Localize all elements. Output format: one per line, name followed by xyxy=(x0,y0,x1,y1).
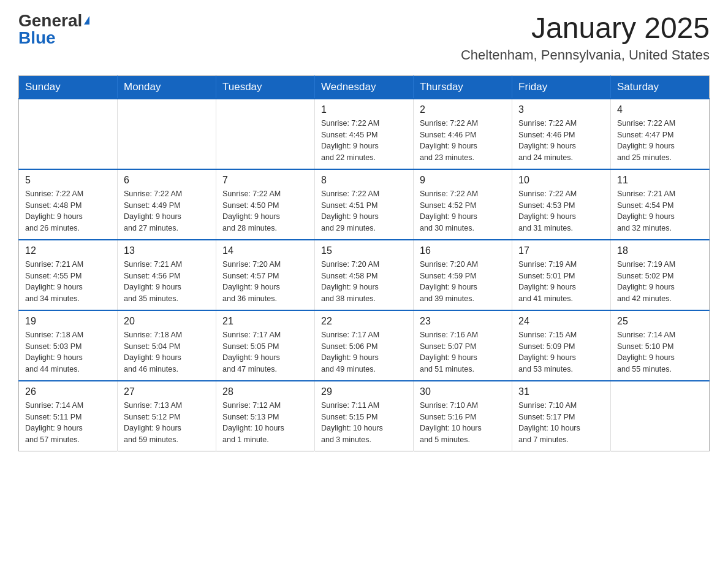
calendar-day-12: 12Sunrise: 7:21 AMSunset: 4:55 PMDayligh… xyxy=(19,240,118,310)
day-number: 7 xyxy=(222,175,308,186)
month-title: January 2025 xyxy=(461,12,710,45)
day-info: Sunrise: 7:22 AMSunset: 4:53 PMDaylight:… xyxy=(518,188,604,234)
calendar-day-16: 16Sunrise: 7:20 AMSunset: 4:59 PMDayligh… xyxy=(414,240,512,310)
title-block: January 2025 Cheltenham, Pennsylvania, U… xyxy=(461,12,710,63)
day-info: Sunrise: 7:22 AMSunset: 4:52 PMDaylight:… xyxy=(420,188,506,234)
day-number: 14 xyxy=(222,245,308,256)
calendar-header-wednesday: Wednesday xyxy=(315,75,414,99)
calendar-day-11: 11Sunrise: 7:21 AMSunset: 4:54 PMDayligh… xyxy=(611,169,710,240)
day-number: 17 xyxy=(518,245,604,256)
day-info: Sunrise: 7:12 AMSunset: 5:13 PMDaylight:… xyxy=(222,400,308,446)
calendar-header-friday: Friday xyxy=(512,75,611,99)
day-info: Sunrise: 7:19 AMSunset: 5:02 PMDaylight:… xyxy=(617,259,703,305)
calendar-week-row: 1Sunrise: 7:22 AMSunset: 4:45 PMDaylight… xyxy=(19,99,710,169)
day-number: 9 xyxy=(420,175,506,186)
day-number: 30 xyxy=(420,386,506,397)
day-number: 21 xyxy=(222,316,308,327)
day-number: 25 xyxy=(617,316,703,327)
day-number: 31 xyxy=(518,386,604,397)
calendar-empty-cell xyxy=(19,99,118,169)
day-number: 18 xyxy=(617,245,703,256)
logo: General Blue xyxy=(18,12,89,47)
calendar-day-4: 4Sunrise: 7:22 AMSunset: 4:47 PMDaylight… xyxy=(611,99,710,169)
day-number: 13 xyxy=(124,245,210,256)
calendar-day-30: 30Sunrise: 7:10 AMSunset: 5:16 PMDayligh… xyxy=(414,381,512,451)
calendar-empty-cell xyxy=(611,381,710,451)
day-number: 22 xyxy=(321,316,407,327)
day-info: Sunrise: 7:10 AMSunset: 5:16 PMDaylight:… xyxy=(420,400,506,446)
calendar-day-15: 15Sunrise: 7:20 AMSunset: 4:58 PMDayligh… xyxy=(315,240,414,310)
calendar-week-row: 12Sunrise: 7:21 AMSunset: 4:55 PMDayligh… xyxy=(19,240,710,310)
calendar-day-13: 13Sunrise: 7:21 AMSunset: 4:56 PMDayligh… xyxy=(118,240,216,310)
calendar-day-9: 9Sunrise: 7:22 AMSunset: 4:52 PMDaylight… xyxy=(414,169,512,240)
calendar-day-14: 14Sunrise: 7:20 AMSunset: 4:57 PMDayligh… xyxy=(216,240,315,310)
calendar-week-row: 19Sunrise: 7:18 AMSunset: 5:03 PMDayligh… xyxy=(19,310,710,381)
calendar-day-21: 21Sunrise: 7:17 AMSunset: 5:05 PMDayligh… xyxy=(216,310,315,381)
day-number: 23 xyxy=(420,316,506,327)
day-number: 16 xyxy=(420,245,506,256)
calendar-week-row: 5Sunrise: 7:22 AMSunset: 4:48 PMDaylight… xyxy=(19,169,710,240)
calendar-day-3: 3Sunrise: 7:22 AMSunset: 4:46 PMDaylight… xyxy=(512,99,611,169)
day-number: 8 xyxy=(321,175,407,186)
day-number: 6 xyxy=(124,175,210,186)
day-info: Sunrise: 7:22 AMSunset: 4:50 PMDaylight:… xyxy=(222,188,308,234)
page-header: General Blue January 2025 Cheltenham, Pe… xyxy=(18,12,710,63)
day-info: Sunrise: 7:22 AMSunset: 4:48 PMDaylight:… xyxy=(25,188,111,234)
day-info: Sunrise: 7:21 AMSunset: 4:55 PMDaylight:… xyxy=(25,259,111,305)
calendar-header-row: SundayMondayTuesdayWednesdayThursdayFrid… xyxy=(19,75,710,99)
calendar-day-23: 23Sunrise: 7:16 AMSunset: 5:07 PMDayligh… xyxy=(414,310,512,381)
day-info: Sunrise: 7:17 AMSunset: 5:05 PMDaylight:… xyxy=(222,329,308,375)
day-number: 28 xyxy=(222,386,308,397)
day-info: Sunrise: 7:20 AMSunset: 4:58 PMDaylight:… xyxy=(321,259,407,305)
day-info: Sunrise: 7:18 AMSunset: 5:04 PMDaylight:… xyxy=(124,329,210,375)
calendar-table: SundayMondayTuesdayWednesdayThursdayFrid… xyxy=(18,75,710,451)
calendar-week-row: 26Sunrise: 7:14 AMSunset: 5:11 PMDayligh… xyxy=(19,381,710,451)
calendar-day-6: 6Sunrise: 7:22 AMSunset: 4:49 PMDaylight… xyxy=(118,169,216,240)
calendar-day-31: 31Sunrise: 7:10 AMSunset: 5:17 PMDayligh… xyxy=(512,381,611,451)
location-title: Cheltenham, Pennsylvania, United States xyxy=(461,47,710,63)
day-info: Sunrise: 7:22 AMSunset: 4:46 PMDaylight:… xyxy=(420,118,506,164)
day-number: 24 xyxy=(518,316,604,327)
calendar-day-25: 25Sunrise: 7:14 AMSunset: 5:10 PMDayligh… xyxy=(611,310,710,381)
logo-blue-text: Blue xyxy=(18,29,56,47)
day-info: Sunrise: 7:20 AMSunset: 4:59 PMDaylight:… xyxy=(420,259,506,305)
calendar-header-thursday: Thursday xyxy=(414,75,512,99)
calendar-day-29: 29Sunrise: 7:11 AMSunset: 5:15 PMDayligh… xyxy=(315,381,414,451)
day-number: 27 xyxy=(124,386,210,397)
day-number: 5 xyxy=(25,175,111,186)
day-info: Sunrise: 7:18 AMSunset: 5:03 PMDaylight:… xyxy=(25,329,111,375)
calendar-day-7: 7Sunrise: 7:22 AMSunset: 4:50 PMDaylight… xyxy=(216,169,315,240)
day-info: Sunrise: 7:11 AMSunset: 5:15 PMDaylight:… xyxy=(321,400,407,446)
calendar-day-1: 1Sunrise: 7:22 AMSunset: 4:45 PMDaylight… xyxy=(315,99,414,169)
calendar-header-tuesday: Tuesday xyxy=(216,75,315,99)
day-info: Sunrise: 7:22 AMSunset: 4:47 PMDaylight:… xyxy=(617,118,703,164)
day-info: Sunrise: 7:16 AMSunset: 5:07 PMDaylight:… xyxy=(420,329,506,375)
calendar-day-18: 18Sunrise: 7:19 AMSunset: 5:02 PMDayligh… xyxy=(611,240,710,310)
day-info: Sunrise: 7:14 AMSunset: 5:10 PMDaylight:… xyxy=(617,329,703,375)
calendar-day-17: 17Sunrise: 7:19 AMSunset: 5:01 PMDayligh… xyxy=(512,240,611,310)
day-number: 1 xyxy=(321,104,407,115)
calendar-day-28: 28Sunrise: 7:12 AMSunset: 5:13 PMDayligh… xyxy=(216,381,315,451)
calendar-day-20: 20Sunrise: 7:18 AMSunset: 5:04 PMDayligh… xyxy=(118,310,216,381)
day-info: Sunrise: 7:13 AMSunset: 5:12 PMDaylight:… xyxy=(124,400,210,446)
day-info: Sunrise: 7:19 AMSunset: 5:01 PMDaylight:… xyxy=(518,259,604,305)
calendar-header-monday: Monday xyxy=(118,75,216,99)
calendar-day-10: 10Sunrise: 7:22 AMSunset: 4:53 PMDayligh… xyxy=(512,169,611,240)
day-number: 12 xyxy=(25,245,111,256)
day-number: 26 xyxy=(25,386,111,397)
day-info: Sunrise: 7:22 AMSunset: 4:45 PMDaylight:… xyxy=(321,118,407,164)
day-info: Sunrise: 7:10 AMSunset: 5:17 PMDaylight:… xyxy=(518,400,604,446)
calendar-day-5: 5Sunrise: 7:22 AMSunset: 4:48 PMDaylight… xyxy=(19,169,118,240)
calendar-empty-cell xyxy=(118,99,216,169)
day-info: Sunrise: 7:20 AMSunset: 4:57 PMDaylight:… xyxy=(222,259,308,305)
day-info: Sunrise: 7:15 AMSunset: 5:09 PMDaylight:… xyxy=(518,329,604,375)
calendar-header-saturday: Saturday xyxy=(611,75,710,99)
day-info: Sunrise: 7:22 AMSunset: 4:51 PMDaylight:… xyxy=(321,188,407,234)
calendar-day-24: 24Sunrise: 7:15 AMSunset: 5:09 PMDayligh… xyxy=(512,310,611,381)
day-info: Sunrise: 7:17 AMSunset: 5:06 PMDaylight:… xyxy=(321,329,407,375)
calendar-day-26: 26Sunrise: 7:14 AMSunset: 5:11 PMDayligh… xyxy=(19,381,118,451)
day-number: 10 xyxy=(518,175,604,186)
calendar-header-sunday: Sunday xyxy=(19,75,118,99)
day-number: 20 xyxy=(124,316,210,327)
calendar-day-8: 8Sunrise: 7:22 AMSunset: 4:51 PMDaylight… xyxy=(315,169,414,240)
